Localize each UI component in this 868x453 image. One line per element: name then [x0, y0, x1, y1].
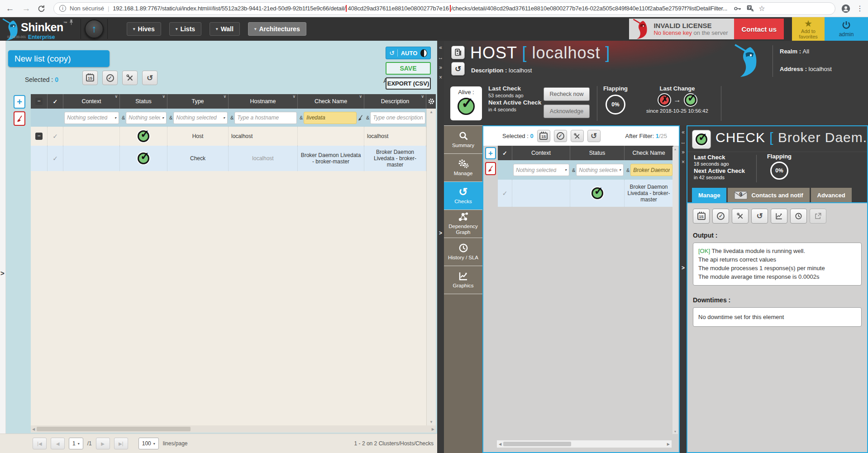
- clear-filter-broom-icon[interactable]: [358, 114, 363, 121]
- nav-architectures[interactable]: ▾Architectures: [248, 22, 306, 36]
- lines-per-page-select[interactable]: 100▾: [138, 438, 159, 449]
- check-col-header[interactable]: ✓: [48, 94, 63, 109]
- resize-horizontal-icon[interactable]: ↔: [680, 139, 687, 145]
- scrollbar-thumb[interactable]: [37, 427, 191, 431]
- clear-filters-button[interactable]: [14, 111, 25, 126]
- col-hostname[interactable]: Hostname∨: [229, 94, 298, 109]
- table-row-check[interactable]: ✓ Broker Daemon Livedata - broker-master: [498, 180, 673, 207]
- tools-button[interactable]: [122, 71, 138, 85]
- translate-icon[interactable]: [746, 5, 754, 12]
- col-type[interactable]: Type∨: [167, 94, 229, 109]
- info-icon[interactable]: i: [59, 5, 66, 12]
- collapse-left-icon[interactable]: «: [680, 129, 687, 135]
- expand-panel-icon[interactable]: >: [680, 265, 687, 271]
- recheck-button[interactable]: ↺: [142, 71, 157, 85]
- browser-menu-icon[interactable]: ⋮: [856, 4, 863, 13]
- sidebar-item-summary[interactable]: Summary: [444, 125, 482, 153]
- expand-panel-icon[interactable]: >: [437, 230, 444, 236]
- nav-hives[interactable]: ▾Hives: [127, 22, 161, 36]
- prev-page-button[interactable]: ◀: [51, 438, 65, 449]
- close-panel-icon[interactable]: ×: [680, 159, 687, 165]
- add-row-button[interactable]: +: [485, 147, 496, 159]
- scroll-top-button[interactable]: ↑: [85, 19, 104, 38]
- select-all-header[interactable]: −: [31, 94, 48, 109]
- collapse-right-icon[interactable]: »: [437, 64, 444, 71]
- first-page-button[interactable]: |◀: [33, 438, 47, 449]
- export-csv-button[interactable]: EXPORT (CSV): [386, 77, 431, 90]
- scroll-down-icon[interactable]: ▼: [429, 420, 433, 424]
- add-row-button[interactable]: +: [14, 95, 25, 109]
- list-title-button[interactable]: New list (copy): [8, 50, 110, 67]
- bookmark-star-icon[interactable]: ☆: [758, 4, 765, 13]
- recheck-button[interactable]: ↺: [587, 130, 601, 142]
- history-button[interactable]: [790, 209, 807, 224]
- acknowledge-button[interactable]: ✓: [712, 209, 729, 224]
- auto-refresh-toggle[interactable]: ↺AUTO: [386, 47, 431, 59]
- acknowledge-button[interactable]: ✓: [102, 71, 118, 85]
- save-button[interactable]: SAVE: [386, 62, 431, 75]
- acknowledge-button[interactable]: Acknowledge: [544, 105, 590, 118]
- type-filter-select[interactable]: Nothing selected▾: [173, 112, 228, 124]
- brand-logo[interactable]: Shinken™ 02.06.00-001 Enterprise: [0, 17, 77, 41]
- profile-avatar-icon[interactable]: [841, 4, 851, 14]
- tab-contacts-notif[interactable]: 9 Contacts and notif: [728, 188, 809, 202]
- downtime-button[interactable]: 15: [82, 71, 98, 85]
- col-status[interactable]: Status∨: [120, 94, 167, 109]
- tools-button[interactable]: [732, 209, 749, 224]
- scroll-left-icon[interactable]: ◀: [499, 442, 501, 446]
- browser-reload-icon[interactable]: [37, 5, 48, 12]
- pin-icon[interactable]: [68, 19, 75, 26]
- row-check-icon[interactable]: ✓: [52, 133, 58, 140]
- col-description[interactable]: Description∨: [364, 94, 426, 109]
- status-filter-select[interactable]: Nothing selected▾: [126, 112, 167, 124]
- contact-us-button[interactable]: Contact us: [734, 19, 784, 39]
- tools-button[interactable]: [571, 130, 584, 142]
- url-bar[interactable]: i Non sécurisé | 192.168.1.89:7767/stati…: [53, 2, 835, 15]
- table-row-host[interactable]: − ✓ Host localhost localhost: [31, 127, 436, 146]
- resize-horizontal-icon[interactable]: ↔: [437, 54, 444, 61]
- check-name-filter-input[interactable]: Broker Daemon: [630, 164, 672, 176]
- next-page-button[interactable]: ▶: [96, 438, 110, 449]
- row-check-icon[interactable]: ✓: [502, 190, 508, 197]
- collapse-right-icon[interactable]: »: [680, 149, 687, 155]
- table-row-check[interactable]: ✓ Check localhost Broker Daemon Livedata…: [31, 146, 436, 171]
- sidebar-item-checks[interactable]: ↺ Checks: [444, 181, 482, 210]
- external-link-button[interactable]: [810, 209, 826, 224]
- table-vertical-scrollbar[interactable]: ▲ ▼: [426, 109, 436, 425]
- context-filter-select[interactable]: Nothing selected▾: [64, 112, 119, 124]
- collapse-left-icon[interactable]: «: [437, 44, 444, 51]
- description-filter-input[interactable]: Type one description: [370, 112, 425, 124]
- user-menu[interactable]: admin: [825, 17, 868, 41]
- col-context[interactable]: Context: [512, 146, 570, 160]
- sidebar-item-history-sla[interactable]: History / SLA: [444, 238, 482, 266]
- recheck-button[interactable]: ↺: [751, 209, 768, 224]
- last-page-button[interactable]: ▶|: [114, 438, 128, 449]
- tab-manage[interactable]: Manage: [692, 188, 726, 202]
- graph-button[interactable]: [771, 209, 787, 224]
- recheck-now-button[interactable]: Recheck now: [544, 87, 590, 101]
- hostname-filter-input[interactable]: Type a hostname: [234, 112, 297, 124]
- table-vertical-scrollbar[interactable]: ▲ ▼: [672, 147, 678, 434]
- add-to-favorites-button[interactable]: ★ Add to favorites: [792, 17, 825, 41]
- status-filter-select[interactable]: Nothing selected▾: [576, 164, 624, 176]
- browser-back-icon[interactable]: ←: [5, 4, 15, 14]
- table-horizontal-scrollbar[interactable]: ◀ ▶: [497, 440, 672, 448]
- scroll-right-icon[interactable]: ▶: [667, 442, 670, 446]
- acknowledge-button[interactable]: ✓: [554, 130, 567, 142]
- scrollbar-thumb[interactable]: [503, 442, 571, 446]
- sidebar-item-dependency-graph[interactable]: Dependency Graph: [444, 210, 482, 238]
- close-panel-icon[interactable]: ×: [437, 74, 444, 81]
- col-check-name[interactable]: Check Name∨: [298, 94, 364, 109]
- nav-wall[interactable]: ▾Wall: [210, 22, 240, 36]
- scroll-up-icon[interactable]: ▲: [674, 148, 677, 151]
- col-context[interactable]: Context∨: [63, 94, 120, 109]
- key-icon[interactable]: [734, 5, 742, 12]
- browser-forward-icon[interactable]: →: [21, 4, 32, 14]
- downtime-button[interactable]: 15: [537, 130, 550, 142]
- host-refresh-button[interactable]: ↺: [451, 62, 465, 76]
- table-horizontal-scrollbar[interactable]: ◀ ▶: [31, 425, 436, 433]
- downtime-button[interactable]: 15: [693, 209, 710, 224]
- page-select[interactable]: 1▾: [69, 438, 83, 449]
- col-check-name[interactable]: Check Name: [625, 146, 673, 160]
- sidebar-item-manage[interactable]: Manage: [444, 153, 482, 181]
